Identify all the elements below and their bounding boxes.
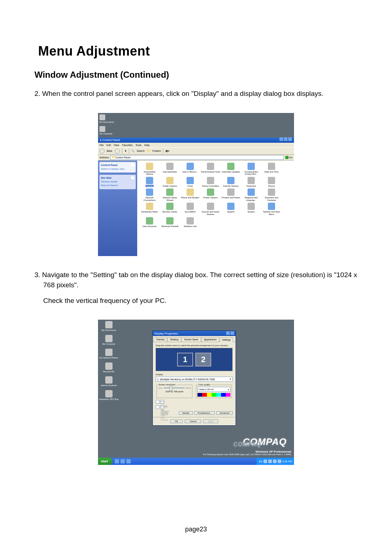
control-panel-item[interactable]: Keyboard xyxy=(241,177,261,187)
address-bar[interactable]: Address 📁 Control Panel Go xyxy=(98,155,294,161)
control-panel-item[interactable]: Taskbar and Start Menu xyxy=(261,203,282,215)
tray-language[interactable]: EN xyxy=(259,460,262,463)
dialog-tabs[interactable]: Themes Desktop Screen Saver Appearance S… xyxy=(153,336,236,342)
control-panel-item[interactable]: Administrative Tools xyxy=(200,163,221,175)
control-panel-item[interactable]: Compaq Easy Access But... xyxy=(241,163,261,175)
control-panel-item[interactable]: System xyxy=(241,203,261,215)
control-panel-item[interactable]: Date and Time xyxy=(261,163,282,175)
item-label: Automatic Updates xyxy=(221,171,241,173)
control-panel-item[interactable]: Sounds and Audio Devices xyxy=(200,203,221,215)
address-field[interactable]: 📁 Control Panel xyxy=(110,155,284,160)
control-panel-item[interactable]: Add or Remov... xyxy=(180,163,200,175)
start-button[interactable]: start xyxy=(98,458,113,465)
monitor-1[interactable]: 1 xyxy=(177,353,193,366)
close-icon[interactable] xyxy=(230,331,234,335)
control-panel-item[interactable]: Folder Options xyxy=(160,177,180,187)
menu-favorites[interactable]: Favorites xyxy=(122,144,132,146)
window-controls[interactable] xyxy=(279,137,292,143)
control-panel-item[interactable]: Internet Options xyxy=(221,177,241,187)
menu-tools[interactable]: Tools xyxy=(135,144,141,146)
tray-icon[interactable] xyxy=(278,459,281,463)
identify-button[interactable]: Identify xyxy=(179,411,192,415)
control-panel-item[interactable]: Power Options xyxy=(200,189,221,201)
item-icon xyxy=(207,203,214,210)
control-panel-item[interactable]: Display xyxy=(139,177,160,187)
windows-update-link[interactable]: Windows Update xyxy=(101,181,134,183)
item-label: Network Connections xyxy=(139,197,160,201)
toolbar[interactable]: Back ⬆ 🔍 Search 📁 Folders ▦▾ xyxy=(98,147,294,155)
tab-screensaver[interactable]: Screen Saver xyxy=(181,337,201,342)
tray-icon[interactable] xyxy=(273,459,277,463)
menu-view[interactable]: View xyxy=(114,144,119,146)
control-panel-item[interactable]: Phone and Modem ... xyxy=(180,189,200,201)
tray-icon[interactable] xyxy=(264,459,267,463)
help-support-link[interactable]: Help and Support xyxy=(101,184,134,187)
apply-button[interactable]: Apply xyxy=(203,420,218,423)
control-panel-item[interactable]: Accessibility Options xyxy=(139,163,160,175)
menu-bar[interactable]: File Edit View Favorites Tools Help xyxy=(98,143,294,147)
tab-desktop[interactable]: Desktop xyxy=(167,337,181,342)
control-panel-item[interactable]: Windows Firewall xyxy=(160,217,180,228)
system-tray[interactable]: EN 4:36 PM xyxy=(257,458,294,465)
clock[interactable]: 4:36 PM xyxy=(282,460,292,463)
menu-help[interactable]: Help xyxy=(144,144,150,146)
go-button[interactable]: Go xyxy=(285,156,293,159)
control-panel-item[interactable]: Security Center xyxy=(160,203,180,215)
tab-themes[interactable]: Themes xyxy=(154,337,167,342)
switch-category-link[interactable]: Switch to Category View xyxy=(101,168,134,171)
control-panel-item[interactable]: Speech xyxy=(221,203,241,215)
color-swatch xyxy=(197,393,230,397)
views-icon[interactable]: ▦▾ xyxy=(166,150,170,153)
ok-button[interactable]: OK xyxy=(170,420,183,423)
monitor-preview[interactable]: 1 2 xyxy=(156,348,233,371)
help-icon[interactable] xyxy=(226,331,230,335)
collapse-icon[interactable] xyxy=(131,163,134,167)
cancel-button[interactable]: Cancel xyxy=(185,420,201,423)
taskbar[interactable]: start EN 4:36 PM xyxy=(98,458,294,465)
menu-edit[interactable]: Edit xyxy=(106,144,111,146)
menu-file[interactable]: File xyxy=(99,144,103,146)
folders-icon[interactable]: 📁 xyxy=(147,150,150,153)
control-panel-item[interactable]: Wireless Link xyxy=(180,217,200,228)
item-icon xyxy=(146,203,153,210)
resolution-slider[interactable]: Less More xyxy=(158,387,191,389)
folders-label: Folders xyxy=(152,150,161,152)
control-panel-item[interactable]: Scheduled Tasks xyxy=(139,203,160,215)
control-panel-item[interactable]: Add Hardware xyxy=(160,163,180,175)
maximize-icon[interactable] xyxy=(284,137,287,141)
monitor-2[interactable]: 2 xyxy=(195,353,211,366)
control-panel-item[interactable]: Automatic Updates xyxy=(221,163,241,175)
minimize-icon[interactable] xyxy=(279,137,283,141)
up-icon[interactable]: ⬆ xyxy=(124,150,127,153)
close-icon[interactable] xyxy=(288,137,292,141)
search-icon[interactable]: 🔍 xyxy=(131,150,135,153)
tab-appearance[interactable]: Appearance xyxy=(201,337,219,342)
advanced-button[interactable]: Advanced xyxy=(216,411,233,415)
tray-icon[interactable] xyxy=(268,459,272,463)
control-panel-item[interactable]: Regional and Languag... xyxy=(241,189,261,201)
control-panel-item[interactable]: Network Connections xyxy=(139,189,160,201)
chevron-down-icon[interactable]: ▾ xyxy=(228,388,229,391)
control-panel-item[interactable]: SoundMAX xyxy=(180,203,200,215)
item-label: Printers and Faxes xyxy=(221,197,240,199)
color-dropdown[interactable]: Highest (32 bit)▾ xyxy=(197,387,230,392)
forward-button[interactable] xyxy=(115,149,120,154)
tab-settings[interactable]: Settings xyxy=(220,337,233,342)
troubleshoot-button[interactable]: Troubleshoot... xyxy=(194,411,215,415)
chevron-down-icon[interactable]: ▾ xyxy=(230,378,231,381)
control-panel-item[interactable]: Network Setup Wizard xyxy=(160,189,180,201)
control-panel-item[interactable]: User Accounts xyxy=(139,217,160,228)
dialog-controls[interactable] xyxy=(225,331,234,336)
quick-launch[interactable] xyxy=(115,459,131,463)
item-label: Network Setup Wizard xyxy=(160,197,180,201)
control-panel-item[interactable]: Fonts xyxy=(180,177,200,187)
item-label: Administrative Tools xyxy=(200,171,220,173)
back-button[interactable] xyxy=(99,149,105,154)
control-panel-item[interactable]: Game Controllers xyxy=(200,177,221,187)
control-panel-item[interactable]: Scanners and Cameras xyxy=(261,189,282,201)
display-dropdown[interactable]: 1. (Multiple Monitors) on MOBILITY RADEO… xyxy=(156,377,233,382)
collapse-icon[interactable] xyxy=(131,176,134,179)
control-panel-item[interactable]: Mouse xyxy=(261,177,282,187)
control-panel-item[interactable]: Printers and Faxes xyxy=(221,189,241,201)
desktop-item: Kaspersky SP1 Bug xyxy=(99,390,118,400)
